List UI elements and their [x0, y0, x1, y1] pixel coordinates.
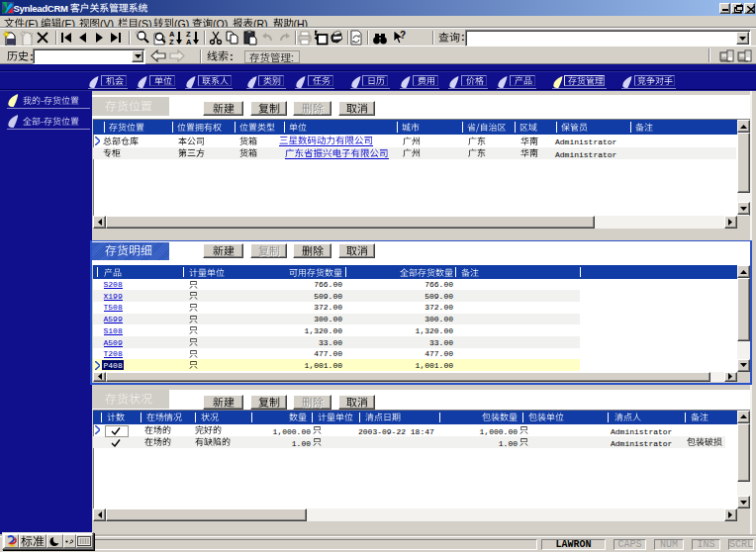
svg-text:?: ? — [29, 31, 34, 40]
svg-text:Z: Z — [169, 38, 174, 46]
svg-text:A: A — [186, 38, 192, 46]
svg-text:?: ? — [400, 30, 406, 41]
